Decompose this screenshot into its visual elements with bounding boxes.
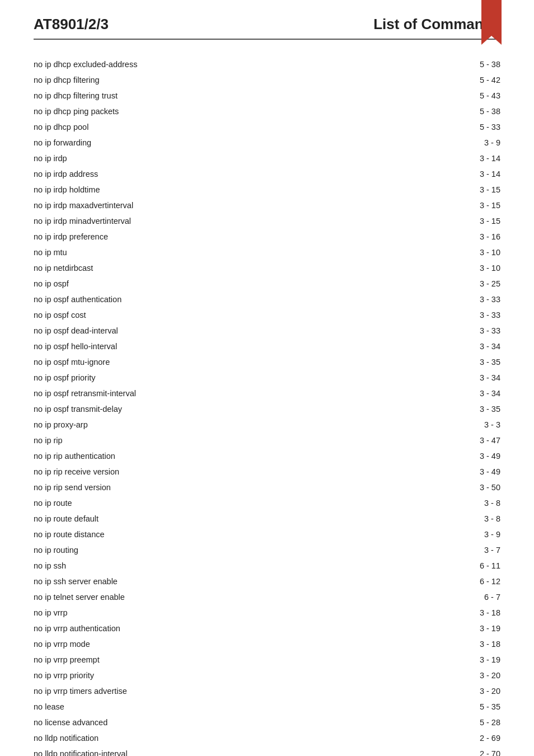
table-row: no ip ospf retransmit-interval3 - 34 (34, 386, 500, 401)
table-row: no ip route distance3 - 9 (34, 527, 500, 542)
command-ref: 3 - 34 (360, 386, 500, 401)
command-text: no ip proxy-arp (34, 417, 360, 433)
command-ref: 3 - 16 (360, 229, 500, 245)
command-ref: 3 - 20 (360, 684, 500, 699)
command-text: no ip dhcp ping packets (34, 104, 360, 119)
command-ref: 5 - 43 (360, 88, 500, 104)
command-text: no ip mtu (34, 245, 360, 260)
command-ref: 3 - 18 (360, 605, 500, 621)
command-text: no ip vrrp authentication (34, 621, 360, 637)
command-ref: 3 - 15 (360, 182, 500, 198)
content-area: no ip dhcp excluded-address5 - 38no ip d… (0, 40, 534, 756)
command-ref: 5 - 35 (360, 699, 500, 715)
header-product-name: AT8901/2/3 (34, 16, 109, 33)
command-text: no ip dhcp filtering (34, 72, 360, 88)
command-ref: 3 - 47 (360, 433, 500, 448)
command-text: no ip ospf transmit-delay (34, 401, 360, 417)
command-text: no ip vrrp priority (34, 668, 360, 684)
table-row: no ip rip3 - 47 (34, 433, 500, 448)
command-ref: 3 - 10 (360, 245, 500, 260)
table-row: no ip routing3 - 7 (34, 542, 500, 558)
table-row: no ip dhcp ping packets5 - 38 (34, 104, 500, 119)
command-text: no ip irdp holdtime (34, 182, 360, 198)
table-row: no ip ospf priority3 - 34 (34, 370, 500, 386)
command-text: no ip irdp (34, 151, 360, 166)
command-text: no ip ospf cost (34, 307, 360, 323)
command-text: no ip telnet server enable (34, 590, 360, 605)
table-row: no ip vrrp priority3 - 20 (34, 668, 500, 684)
command-text: no ip vrrp (34, 605, 360, 621)
command-ref: 3 - 34 (360, 339, 500, 354)
command-text: no ip ssh server enable (34, 574, 360, 590)
command-text: no ip rip authentication (34, 448, 360, 464)
page: AT8901/2/3 List of Commands no ip dhcp e… (0, 0, 534, 756)
command-text: no ip irdp maxadvertinterval (34, 198, 360, 213)
command-ref: 3 - 50 (360, 480, 500, 495)
table-row: no ip ospf hello-interval3 - 34 (34, 339, 500, 354)
command-text: no ip netdirbcast (34, 260, 360, 276)
command-text: no ip irdp preference (34, 229, 360, 245)
table-row: no ip dhcp filtering trust5 - 43 (34, 88, 500, 104)
command-ref: 3 - 8 (360, 495, 500, 511)
command-ref: 3 - 25 (360, 276, 500, 292)
command-text: no ip irdp address (34, 166, 360, 182)
command-ref: 3 - 33 (360, 292, 500, 307)
table-row: no ip route default3 - 8 (34, 511, 500, 527)
table-row: no ip ssh6 - 11 (34, 558, 500, 574)
table-row: no ip vrrp timers advertise3 - 20 (34, 684, 500, 699)
command-ref: 3 - 9 (360, 527, 500, 542)
command-ref: 3 - 7 (360, 542, 500, 558)
table-row: no ip vrrp authentication3 - 19 (34, 621, 500, 637)
command-text: no ip ospf authentication (34, 292, 360, 307)
command-text: no ip rip receive version (34, 464, 360, 480)
command-text: no ip dhcp excluded-address (34, 57, 360, 72)
command-ref: 3 - 19 (360, 621, 500, 637)
command-ref: 5 - 38 (360, 104, 500, 119)
command-text: no ip vrrp mode (34, 637, 360, 652)
command-text: no ip vrrp preempt (34, 652, 360, 668)
table-row: no lldp notification-interval2 - 70 (34, 746, 500, 756)
command-text: no ip routing (34, 542, 360, 558)
table-row: no ip dhcp filtering5 - 42 (34, 72, 500, 88)
command-ref: 3 - 3 (360, 417, 500, 433)
table-row: no ip dhcp pool5 - 33 (34, 119, 500, 135)
command-ref: 2 - 69 (360, 731, 500, 746)
command-text: no ip ospf retransmit-interval (34, 386, 360, 401)
command-ref: 3 - 35 (360, 401, 500, 417)
command-text: no ip ospf priority (34, 370, 360, 386)
command-ref: 3 - 20 (360, 668, 500, 684)
command-ref: 3 - 8 (360, 511, 500, 527)
command-text: no ip ospf mtu-ignore (34, 354, 360, 370)
table-row: no ip netdirbcast3 - 10 (34, 260, 500, 276)
bookmark-tab (481, 0, 502, 45)
table-row: no ip rip authentication3 - 49 (34, 448, 500, 464)
command-ref: 3 - 14 (360, 151, 500, 166)
command-ref: 6 - 12 (360, 574, 500, 590)
command-ref: 5 - 38 (360, 57, 500, 72)
command-ref: 5 - 33 (360, 119, 500, 135)
table-row: no ip rip send version3 - 50 (34, 480, 500, 495)
command-ref: 3 - 33 (360, 323, 500, 339)
table-row: no lease5 - 35 (34, 699, 500, 715)
table-row: no ip dhcp excluded-address5 - 38 (34, 57, 500, 72)
table-row: no ip ssh server enable6 - 12 (34, 574, 500, 590)
table-row: no ip rip receive version3 - 49 (34, 464, 500, 480)
table-row: no ip irdp holdtime3 - 15 (34, 182, 500, 198)
table-row: no lldp notification2 - 69 (34, 731, 500, 746)
command-text: no ip forwarding (34, 135, 360, 151)
command-text: no ip route default (34, 511, 360, 527)
table-row: no ip ospf3 - 25 (34, 276, 500, 292)
command-ref: 5 - 42 (360, 72, 500, 88)
command-text: no ip route distance (34, 527, 360, 542)
table-row: no ip proxy-arp3 - 3 (34, 417, 500, 433)
command-text: no license advanced (34, 715, 360, 731)
command-ref: 3 - 9 (360, 135, 500, 151)
command-ref: 3 - 33 (360, 307, 500, 323)
table-row: no ip route3 - 8 (34, 495, 500, 511)
table-row: no license advanced5 - 28 (34, 715, 500, 731)
table-row: no ip ospf transmit-delay3 - 35 (34, 401, 500, 417)
command-text: no ip rip (34, 433, 360, 448)
command-text: no ip rip send version (34, 480, 360, 495)
command-ref: 2 - 70 (360, 746, 500, 756)
command-text: no lldp notification-interval (34, 746, 360, 756)
